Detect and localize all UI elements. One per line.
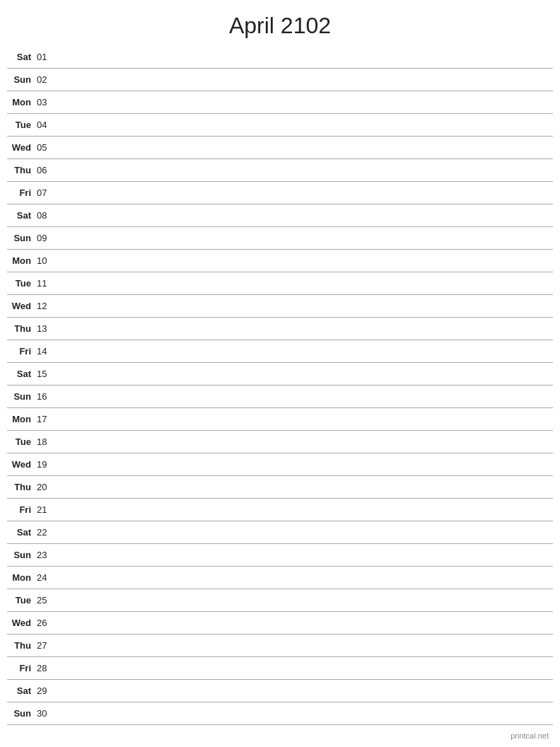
day-name: Sat xyxy=(7,685,34,696)
day-line xyxy=(54,170,553,170)
day-row: Wed12 xyxy=(7,295,553,318)
day-line xyxy=(54,509,553,510)
day-name: Thu xyxy=(7,640,34,651)
day-number: 22 xyxy=(34,527,54,538)
day-number: 06 xyxy=(34,165,54,175)
day-row: Wed19 xyxy=(7,453,553,476)
day-name: Sat xyxy=(7,369,34,379)
day-name: Mon xyxy=(7,572,34,583)
day-name: Tue xyxy=(7,436,34,447)
day-line xyxy=(54,102,553,103)
day-row: Fri21 xyxy=(7,499,553,521)
day-row: Sat08 xyxy=(7,204,553,227)
day-number: 19 xyxy=(34,459,54,470)
day-name: Mon xyxy=(7,255,34,266)
day-line xyxy=(54,57,553,57)
day-row: Thu13 xyxy=(7,318,553,340)
day-number: 09 xyxy=(34,233,54,243)
day-name: Wed xyxy=(7,142,34,153)
page-title: April 2102 xyxy=(0,0,560,46)
day-line xyxy=(54,192,553,193)
day-line xyxy=(54,645,553,646)
day-line xyxy=(54,622,553,623)
day-row: Mon10 xyxy=(7,250,553,272)
day-number: 14 xyxy=(34,346,54,357)
day-row: Sun09 xyxy=(7,227,553,250)
day-line xyxy=(54,351,553,352)
day-line xyxy=(54,215,553,216)
day-line xyxy=(54,374,553,374)
day-name: Fri xyxy=(7,504,34,515)
day-number: 20 xyxy=(34,482,54,492)
day-line xyxy=(54,600,553,601)
day-number: 13 xyxy=(34,323,54,334)
day-number: 30 xyxy=(34,708,54,719)
day-name: Tue xyxy=(7,120,34,130)
day-name: Sat xyxy=(7,527,34,538)
day-row: Fri14 xyxy=(7,340,553,363)
day-line xyxy=(54,441,553,442)
day-line xyxy=(54,283,553,284)
day-row: Tue11 xyxy=(7,272,553,295)
day-line xyxy=(54,328,553,329)
day-number: 03 xyxy=(34,97,54,108)
day-name: Wed xyxy=(7,459,34,470)
day-row: Tue25 xyxy=(7,589,553,612)
day-name: Thu xyxy=(7,323,34,334)
day-number: 02 xyxy=(34,74,54,85)
day-line xyxy=(54,555,553,555)
day-row: Tue18 xyxy=(7,431,553,453)
day-line xyxy=(54,79,553,80)
day-number: 29 xyxy=(34,685,54,696)
day-number: 08 xyxy=(34,210,54,221)
day-row: Thu27 xyxy=(7,635,553,657)
day-line xyxy=(54,306,553,306)
day-row: Sun23 xyxy=(7,544,553,567)
day-line xyxy=(54,464,553,465)
day-number: 11 xyxy=(34,278,54,289)
day-row: Mon17 xyxy=(7,408,553,431)
day-row: Mon24 xyxy=(7,567,553,589)
day-line xyxy=(54,690,553,691)
footer-text: printcal.net xyxy=(511,731,549,740)
day-row: Fri28 xyxy=(7,657,553,680)
day-number: 10 xyxy=(34,255,54,266)
day-number: 01 xyxy=(34,52,54,62)
day-line xyxy=(54,487,553,487)
day-number: 07 xyxy=(34,187,54,198)
day-row: Sat15 xyxy=(7,363,553,386)
day-line xyxy=(54,532,553,533)
day-line xyxy=(54,713,553,714)
day-line xyxy=(54,668,553,668)
day-number: 12 xyxy=(34,301,54,311)
day-line xyxy=(54,577,553,578)
day-line xyxy=(54,419,553,419)
day-line xyxy=(54,238,553,238)
day-number: 16 xyxy=(34,391,54,402)
day-number: 17 xyxy=(34,414,54,424)
day-line xyxy=(54,147,553,148)
day-name: Sun xyxy=(7,708,34,719)
day-name: Tue xyxy=(7,278,34,289)
day-row: Sun02 xyxy=(7,69,553,91)
day-name: Thu xyxy=(7,482,34,492)
day-name: Sat xyxy=(7,210,34,221)
day-name: Sun xyxy=(7,74,34,85)
day-number: 04 xyxy=(34,120,54,130)
day-number: 23 xyxy=(34,550,54,560)
day-row: Wed05 xyxy=(7,137,553,159)
day-row: Thu20 xyxy=(7,476,553,499)
day-row: Tue04 xyxy=(7,114,553,137)
day-name: Fri xyxy=(7,663,34,673)
day-name: Sun xyxy=(7,550,34,560)
day-row: Fri07 xyxy=(7,182,553,204)
day-number: 28 xyxy=(34,663,54,673)
day-name: Wed xyxy=(7,301,34,311)
day-row: Sat22 xyxy=(7,521,553,544)
day-row: Sat01 xyxy=(7,46,553,69)
day-row: Sun30 xyxy=(7,702,553,725)
calendar-container: Sat01Sun02Mon03Tue04Wed05Thu06Fri07Sat08… xyxy=(0,46,560,725)
day-number: 26 xyxy=(34,618,54,628)
day-number: 24 xyxy=(34,572,54,583)
day-line xyxy=(54,124,553,125)
